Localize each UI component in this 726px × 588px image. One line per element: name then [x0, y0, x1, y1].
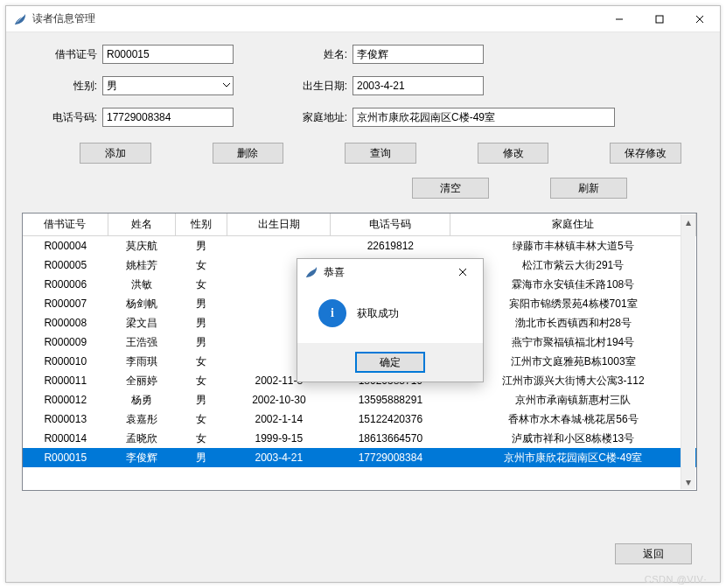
cell-phone: 15122420376 [331, 410, 450, 429]
birth-input[interactable] [353, 76, 484, 95]
save-button[interactable]: 保存修改 [610, 143, 681, 164]
cell-addr: 江州市源兴大街博大公寓3-112 [450, 371, 696, 390]
cell-id: R000012 [23, 390, 108, 410]
modify-button[interactable]: 修改 [478, 143, 549, 164]
cell-phone: 18613664570 [331, 429, 450, 448]
cell-gender: 女 [176, 352, 227, 371]
main-window: 读者信息管理 借书证号 姓名: 性别: [5, 5, 721, 583]
cell-birth [227, 236, 331, 256]
cell-gender: 男 [176, 236, 227, 256]
phone-input[interactable] [102, 108, 234, 127]
dialog-ok-button[interactable]: 确定 [355, 352, 425, 373]
cell-addr: 泸威市祥和小区8栋楼13号 [450, 429, 696, 448]
cell-gender: 女 [176, 275, 227, 294]
cell-addr: 宾阳市锦绣景苑4栋楼701室 [450, 294, 696, 313]
delete-button[interactable]: 删除 [213, 143, 284, 164]
cell-addr: 江州市文庭雅苑B栋1003室 [450, 352, 696, 371]
column-header[interactable]: 性别 [176, 214, 227, 236]
app-icon [13, 12, 27, 26]
cell-gender: 男 [176, 390, 227, 410]
cell-name: 杨勇 [108, 390, 175, 410]
query-button[interactable]: 查询 [345, 143, 416, 164]
cell-phone: 22619812 [331, 236, 450, 256]
titlebar: 读者信息管理 [6, 6, 720, 32]
refresh-button[interactable]: 刷新 [550, 178, 627, 199]
clear-button[interactable]: 清空 [412, 178, 489, 199]
cell-id: R000008 [23, 313, 108, 332]
cell-addr: 香林市水木春城·桃花居56号 [450, 410, 696, 429]
cell-id: R000010 [23, 352, 108, 371]
cell-birth: 2002-10-30 [227, 390, 331, 410]
cell-gender: 男 [176, 294, 227, 313]
form-area: 借书证号 姓名: 性别: 出生日期: [18, 45, 708, 199]
cell-name: 莫庆航 [108, 236, 175, 256]
table-row[interactable]: R000014孟晓欣女1999-9-1518613664570泸威市祥和小区8栋… [23, 429, 696, 448]
addr-input[interactable] [353, 108, 615, 127]
svg-rect-0 [656, 16, 663, 23]
column-header[interactable]: 家庭住址 [450, 214, 696, 236]
table-row[interactable]: R000013袁嘉彤女2002-1-1415122420376香林市水木春城·桃… [23, 410, 696, 429]
window-title: 读者信息管理 [32, 11, 95, 26]
table-row[interactable]: R000015李俊辉男2003-4-2117729008384京州市康欣花园南区… [23, 448, 696, 467]
maximize-button[interactable] [639, 6, 680, 32]
add-button[interactable]: 添加 [80, 143, 151, 164]
column-header[interactable]: 出生日期 [227, 214, 331, 236]
cell-gender: 女 [176, 429, 227, 448]
column-header[interactable]: 电话号码 [331, 214, 450, 236]
gender-label: 性别: [45, 79, 102, 94]
gender-select[interactable] [102, 76, 234, 95]
cell-birth: 1999-9-15 [227, 429, 331, 448]
cell-gender: 男 [176, 448, 227, 467]
success-dialog: 恭喜 i 获取成功 确定 [297, 258, 484, 382]
dialog-close-button[interactable] [450, 259, 476, 285]
cell-gender: 男 [176, 332, 227, 352]
minimize-button[interactable] [599, 6, 639, 32]
cell-id: R000004 [23, 236, 108, 256]
cell-birth: 2003-4-21 [227, 448, 331, 467]
cell-name: 杨剑帆 [108, 294, 175, 313]
cell-name: 洪敏 [108, 275, 175, 294]
close-button[interactable] [680, 6, 720, 32]
table-row[interactable]: R000004莫庆航男22619812绿藤市丰林镇丰林大道5号 [23, 236, 696, 256]
cell-addr: 渤北市长西镇西和村28号 [450, 313, 696, 332]
cell-phone: 13595888291 [331, 390, 450, 410]
cell-name: 梁文昌 [108, 313, 175, 332]
cell-addr: 霖海市永安镇佳禾路108号 [450, 275, 696, 294]
cell-gender: 男 [176, 313, 227, 332]
table-row[interactable]: R000012杨勇男2002-10-3013595888291京州市承南镇新惠村… [23, 390, 696, 410]
cell-name: 全丽婷 [108, 371, 175, 390]
cell-id: R000013 [23, 410, 108, 429]
cell-name: 姚桂芳 [108, 256, 175, 275]
back-button[interactable]: 返回 [615, 543, 692, 564]
cell-name: 李雨琪 [108, 352, 175, 371]
cell-name: 王浩强 [108, 332, 175, 352]
cell-birth: 2002-1-14 [227, 410, 331, 429]
cell-name: 孟晓欣 [108, 429, 175, 448]
cell-gender: 女 [176, 371, 227, 390]
cell-addr: 京州市康欣花园南区C楼-49室 [450, 448, 696, 467]
cell-id: R000014 [23, 429, 108, 448]
cell-id: R000006 [23, 275, 108, 294]
cell-id: R000005 [23, 256, 108, 275]
cell-addr: 京州市承南镇新惠村三队 [450, 390, 696, 410]
scroll-down-icon[interactable]: ▾ [681, 474, 695, 489]
dialog-title: 恭喜 [324, 265, 345, 280]
birth-label: 出生日期: [295, 79, 353, 94]
cell-name: 李俊辉 [108, 448, 175, 467]
cell-phone: 17729008384 [331, 448, 450, 467]
cell-addr: 松江市紫云大街291号 [450, 256, 696, 275]
id-input[interactable] [102, 45, 234, 64]
vertical-scrollbar[interactable]: ▴ ▾ [681, 214, 695, 489]
name-label: 姓名: [295, 47, 353, 62]
dialog-app-icon [304, 265, 318, 279]
watermark: CSDN @VIV· [645, 574, 707, 584]
info-icon: i [318, 299, 346, 327]
cell-id: R000007 [23, 294, 108, 313]
scroll-up-icon[interactable]: ▴ [681, 214, 695, 229]
cell-gender: 女 [176, 256, 227, 275]
column-header[interactable]: 借书证号 [23, 214, 108, 236]
column-header[interactable]: 姓名 [108, 214, 175, 236]
cell-addr: 燕宁市聚福镇福北村194号 [450, 332, 696, 352]
cell-addr: 绿藤市丰林镇丰林大道5号 [450, 236, 696, 256]
name-input[interactable] [353, 45, 484, 64]
